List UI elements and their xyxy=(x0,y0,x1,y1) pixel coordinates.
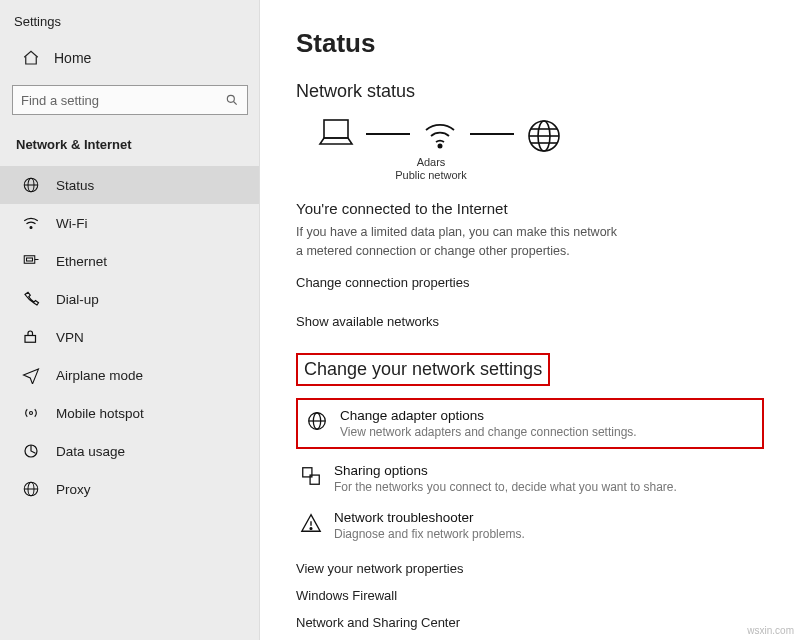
sidebar-home-label: Home xyxy=(54,50,91,66)
diagram-caption: Adars Public network xyxy=(376,156,486,182)
change-connection-link[interactable]: Change connection properties xyxy=(296,275,764,290)
hotspot-icon xyxy=(22,404,40,422)
windows-firewall-link[interactable]: Windows Firewall xyxy=(296,588,764,603)
row-desc: View network adapters and change connect… xyxy=(340,425,637,439)
svg-line-1 xyxy=(234,102,237,105)
nav-label: Dial-up xyxy=(56,292,99,307)
connection-line xyxy=(470,133,514,135)
sidebar-item-status[interactable]: Status xyxy=(0,166,259,204)
wifi-icon xyxy=(22,214,40,232)
connected-title: You're connected to the Internet xyxy=(296,200,764,217)
connection-line xyxy=(366,133,410,135)
wifi-signal-icon xyxy=(420,116,460,152)
view-properties-link[interactable]: View your network properties xyxy=(296,561,764,576)
sidebar-item-hotspot[interactable]: Mobile hotspot xyxy=(0,394,259,432)
dialup-icon xyxy=(22,290,40,308)
nav-label: VPN xyxy=(56,330,84,345)
sharing-icon xyxy=(300,465,322,487)
troubleshooter-row[interactable]: Network troubleshooter Diagnose and fix … xyxy=(296,502,764,549)
svg-point-5 xyxy=(30,227,32,229)
search-icon xyxy=(225,93,239,107)
laptop-icon xyxy=(316,116,356,152)
svg-rect-6 xyxy=(24,256,35,264)
nav-label: Ethernet xyxy=(56,254,107,269)
ssid-label: Adars xyxy=(376,156,486,169)
datausage-icon xyxy=(22,442,40,460)
ethernet-icon xyxy=(22,252,40,270)
nav-label: Proxy xyxy=(56,482,91,497)
sidebar-item-proxy[interactable]: Proxy xyxy=(0,470,259,508)
svg-rect-15 xyxy=(324,120,348,138)
network-diagram xyxy=(316,116,764,152)
sidebar-home[interactable]: Home xyxy=(0,39,259,81)
sidebar-item-vpn[interactable]: VPN xyxy=(0,318,259,356)
page-title: Status xyxy=(296,28,764,59)
row-title: Network troubleshooter xyxy=(334,510,525,525)
svg-point-10 xyxy=(30,412,33,415)
nav-label: Wi-Fi xyxy=(56,216,87,231)
row-desc: Diagnose and fix network problems. xyxy=(334,527,525,541)
proxy-icon xyxy=(22,480,40,498)
row-title: Sharing options xyxy=(334,463,677,478)
globe-icon xyxy=(22,176,40,194)
show-available-link[interactable]: Show available networks xyxy=(296,314,764,329)
subtitle: Network status xyxy=(296,81,764,102)
network-sharing-center-link[interactable]: Network and Sharing Center xyxy=(296,615,764,630)
globe-big-icon xyxy=(524,116,564,152)
watermark: wsxin.com xyxy=(747,625,794,636)
svg-point-28 xyxy=(310,527,312,529)
search-input[interactable]: Find a setting xyxy=(12,85,248,115)
adapter-icon xyxy=(306,410,328,432)
nav-label: Status xyxy=(56,178,94,193)
connected-desc: If you have a limited data plan, you can… xyxy=(296,223,626,261)
sharing-options-row[interactable]: Sharing options For the networks you con… xyxy=(296,455,764,502)
svg-rect-7 xyxy=(27,258,33,261)
row-title: Change adapter options xyxy=(340,408,637,423)
svg-point-0 xyxy=(227,95,234,102)
search-placeholder: Find a setting xyxy=(21,93,99,108)
sidebar-item-ethernet[interactable]: Ethernet xyxy=(0,242,259,280)
warning-icon xyxy=(300,512,322,534)
svg-rect-9 xyxy=(25,336,36,343)
sidebar-item-airplane[interactable]: Airplane mode xyxy=(0,356,259,394)
network-type-label: Public network xyxy=(376,169,486,182)
nav-label: Airplane mode xyxy=(56,368,143,383)
change-adapter-row[interactable]: Change adapter options View network adap… xyxy=(296,398,764,449)
home-icon xyxy=(22,49,40,67)
nav-label: Data usage xyxy=(56,444,125,459)
sidebar-section: Network & Internet xyxy=(0,129,259,166)
row-desc: For the networks you connect to, decide … xyxy=(334,480,677,494)
app-title: Settings xyxy=(0,10,259,39)
airplane-icon xyxy=(22,366,40,384)
vpn-icon xyxy=(22,328,40,346)
nav-label: Mobile hotspot xyxy=(56,406,144,421)
svg-point-16 xyxy=(438,144,441,147)
sidebar-item-datausage[interactable]: Data usage xyxy=(0,432,259,470)
sidebar: Settings Home Find a setting Network & I… xyxy=(0,0,260,640)
sidebar-item-wifi[interactable]: Wi-Fi xyxy=(0,204,259,242)
sidebar-item-dialup[interactable]: Dial-up xyxy=(0,280,259,318)
change-settings-heading: Change your network settings xyxy=(296,353,550,386)
main-content: Status Network status Adars Public netwo… xyxy=(260,0,800,640)
